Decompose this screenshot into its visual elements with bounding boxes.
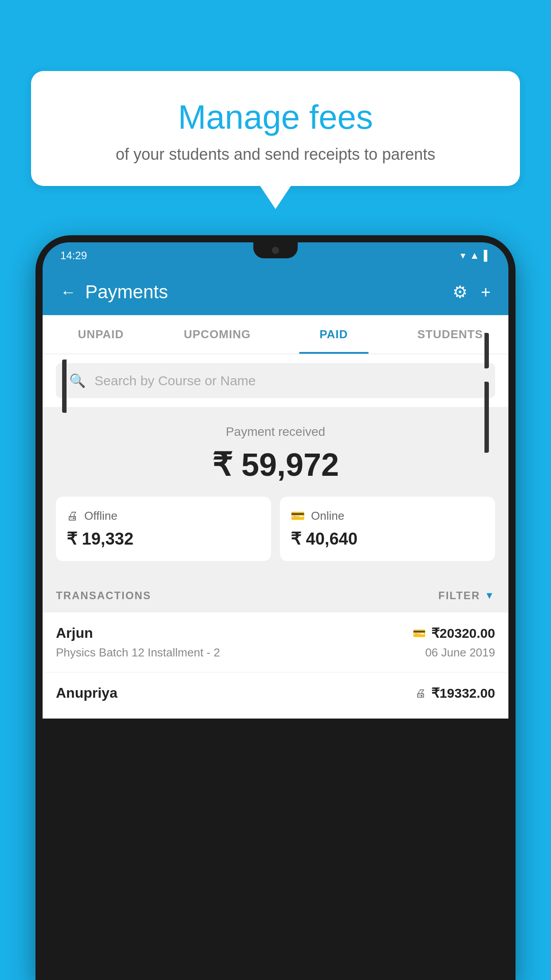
search-placeholder: Search by Course or Name <box>94 373 256 388</box>
battery-icon: ▌ <box>484 250 491 261</box>
tab-students[interactable]: STUDENTS <box>392 315 509 354</box>
app-header: ← Payments ⚙ + <box>43 269 508 315</box>
transaction-type-icon: 🖨 <box>415 687 426 699</box>
transactions-label: TRANSACTIONS <box>56 589 151 602</box>
header-left: ← Payments <box>60 281 168 303</box>
transaction-detail: Physics Batch 12 Installment - 2 <box>56 646 220 660</box>
online-card: 💳 Online ₹ 40,640 <box>280 497 495 561</box>
status-icons: ▾ ▲ ▌ <box>460 250 491 261</box>
tab-upcoming[interactable]: UPCOMING <box>159 315 276 354</box>
signal-icon: ▲ <box>470 250 480 261</box>
speech-bubble: Manage fees of your students and send re… <box>31 71 520 186</box>
transaction-type-icon: 💳 <box>413 627 426 640</box>
back-button[interactable]: ← <box>60 283 76 301</box>
online-label: Online <box>311 509 344 523</box>
online-icon: 💳 <box>291 509 305 523</box>
filter-button[interactable]: FILTER ▼ <box>438 589 495 602</box>
notch <box>253 242 298 258</box>
bubble-subtitle: of your students and send receipts to pa… <box>53 145 498 164</box>
transactions-header: TRANSACTIONS FILTER ▼ <box>43 579 508 612</box>
settings-icon[interactable]: ⚙ <box>453 282 468 302</box>
transaction-amount-row: 💳 ₹20320.00 <box>413 625 495 641</box>
offline-card-header: 🖨 Offline <box>67 509 260 523</box>
transaction-date: 06 June 2019 <box>425 646 495 660</box>
search-bar[interactable]: 🔍 Search by Course or Name <box>56 363 495 398</box>
offline-label: Offline <box>84 509 118 523</box>
offline-card: 🖨 Offline ₹ 19,332 <box>56 497 271 561</box>
payment-summary: Payment received ₹ 59,972 🖨 Offline ₹ 19… <box>43 407 508 579</box>
bubble-title: Manage fees <box>53 98 498 136</box>
online-card-header: 💳 Online <box>291 509 484 523</box>
header-right: ⚙ + <box>453 282 491 302</box>
header-title: Payments <box>85 281 168 303</box>
transaction-row[interactable]: Anupriya 🖨 ₹19332.00 <box>43 672 508 719</box>
transaction-row[interactable]: Arjun 💳 ₹20320.00 Physics Batch 12 Insta… <box>43 612 508 672</box>
payment-received-label: Payment received <box>56 425 495 439</box>
tab-unpaid[interactable]: UNPAID <box>43 315 159 354</box>
transaction-amount: ₹19332.00 <box>431 685 495 701</box>
phone-screen: ← Payments ⚙ + UNPAID UPCOMING PAID STUD… <box>43 269 508 719</box>
side-button-volume-right <box>484 382 489 453</box>
camera <box>272 247 279 254</box>
tabs-bar: UNPAID UPCOMING PAID STUDENTS <box>43 315 508 354</box>
transaction-amount: ₹20320.00 <box>431 625 495 641</box>
transaction-top: Arjun 💳 ₹20320.00 <box>56 625 495 641</box>
transaction-name: Arjun <box>56 625 93 641</box>
side-button-volume <box>62 360 67 413</box>
filter-text: FILTER <box>438 589 480 602</box>
search-icon: 🔍 <box>69 373 86 388</box>
online-amount: ₹ 40,640 <box>291 529 484 549</box>
add-button[interactable]: + <box>481 283 491 302</box>
wifi-icon: ▾ <box>460 250 465 261</box>
transaction-top: Anupriya 🖨 ₹19332.00 <box>56 685 495 701</box>
transaction-bottom: Physics Batch 12 Installment - 2 06 June… <box>56 646 495 660</box>
tab-paid[interactable]: PAID <box>276 315 392 354</box>
status-bar: 14:29 ▾ ▲ ▌ <box>43 242 508 269</box>
search-container: 🔍 Search by Course or Name <box>43 354 508 407</box>
transaction-name: Anupriya <box>56 685 118 701</box>
offline-icon: 🖨 <box>67 509 78 523</box>
offline-amount: ₹ 19,332 <box>67 529 260 549</box>
payment-cards: 🖨 Offline ₹ 19,332 💳 Online ₹ 40,640 <box>56 497 495 561</box>
filter-icon: ▼ <box>484 590 495 601</box>
status-time: 14:29 <box>60 249 87 262</box>
transaction-amount-row: 🖨 ₹19332.00 <box>415 685 495 701</box>
phone-frame: 14:29 ▾ ▲ ▌ ← Payments ⚙ + UNPAID UPCOMI… <box>35 235 516 980</box>
total-amount: ₹ 59,972 <box>56 446 495 483</box>
